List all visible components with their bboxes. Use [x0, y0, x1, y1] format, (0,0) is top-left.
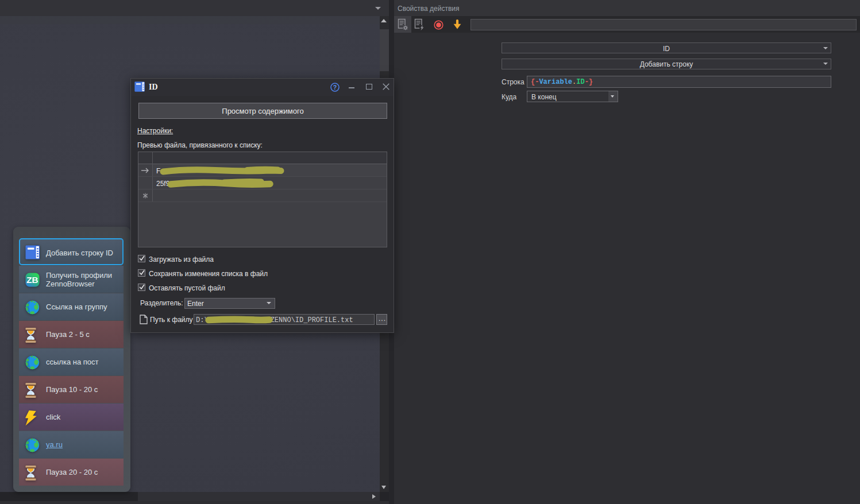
svg-text:ZB: ZB [26, 275, 38, 285]
svg-text:?: ? [333, 84, 337, 91]
